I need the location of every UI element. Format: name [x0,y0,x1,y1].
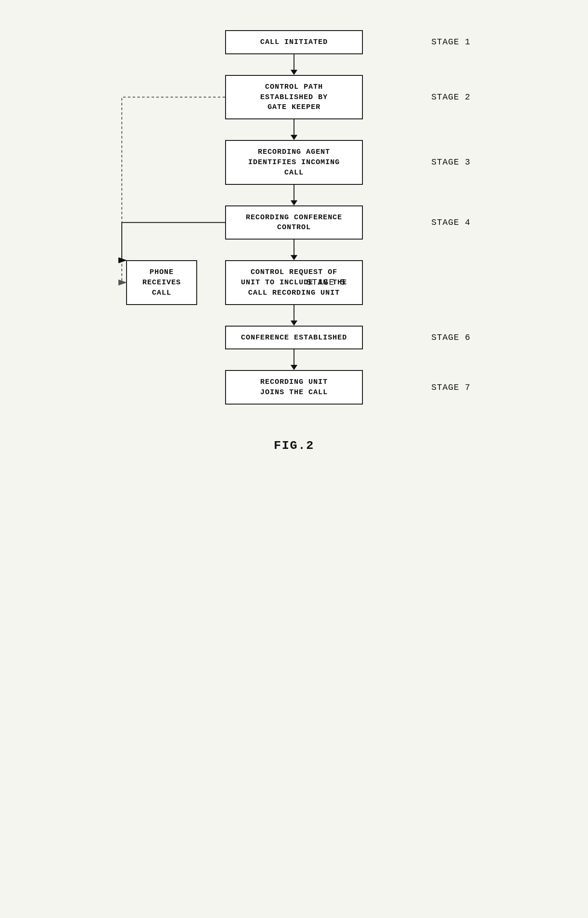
phone-label: PHONE RECEIVESCALL [142,268,181,297]
stage-7-label: RECORDING UNITJOINS THE CALL [260,378,328,396]
arrow-line [294,119,294,135]
stage-7-label-text: STAGE 7 [431,383,470,392]
stage-5-combined-row: PHONE RECEIVESCALL CONTROL REQUEST OFUNI… [100,260,488,305]
stage-1-label: CALL INITIATED [260,38,328,46]
stage-7-row: RECORDING UNITJOINS THE CALL STAGE 7 [100,370,488,405]
stage-1-row: CALL INITIATED STAGE 1 [100,30,488,54]
arrow-head [291,321,297,326]
stage-5-main: CONTROL REQUEST OFUNIT TO INCLUDE IN THE… [225,260,363,305]
arrow-2-3 [291,119,297,140]
arrow-head [291,70,297,75]
arrow-head [291,200,297,205]
stage-1-box: CALL INITIATED [225,30,363,54]
arrow-line [294,54,294,70]
stage-3-row: RECORDING AGENTIDENTIFIES INCOMINGCALL S… [100,140,488,184]
figure-caption: FIG.2 [274,439,314,452]
arrow-line [294,349,294,365]
stage-7-box: RECORDING UNITJOINS THE CALL [225,370,363,405]
stage-3-box: RECORDING AGENTIDENTIFIES INCOMINGCALL [225,140,363,184]
arrow-4-5 [291,240,297,260]
diagram-container: CALL INITIATED STAGE 1 CONTROL PATHESTAB… [100,26,488,452]
arrow-head [291,365,297,370]
stage-2-box: CONTROL PATHESTABLISHED BYGATE KEEPER [225,75,363,119]
arrow-line [294,305,294,321]
arrow-5-6 [291,305,297,326]
stage-4-row: RECORDING CONFERENCECONTROL STAGE 4 [100,205,488,240]
arrow-1-2 [291,54,297,75]
stage-3-label-text: STAGE 3 [431,157,470,167]
stage-5-label-text: STAGE 5 [306,277,346,287]
stage-1-label-text: STAGE 1 [431,37,470,47]
stage-6-label-text: STAGE 6 [431,333,470,342]
stage-4-label: RECORDING CONFERENCECONTROL [246,213,342,232]
stage-6-row: CONFERENCE ESTABLISHED STAGE 6 [100,326,488,350]
arrow-6-7 [291,349,297,370]
stage-2-label: CONTROL PATHESTABLISHED BYGATE KEEPER [260,83,328,112]
stage-3-label: RECORDING AGENTIDENTIFIES INCOMINGCALL [248,148,340,177]
flow-wrapper: CALL INITIATED STAGE 1 CONTROL PATHESTAB… [100,26,488,405]
split-arrow-area [100,240,488,260]
phone-side-area: PHONE RECEIVESCALL [126,260,197,305]
phone-receives-call-box: PHONE RECEIVESCALL [126,260,197,305]
stage-6-label: CONFERENCE ESTABLISHED [241,333,347,342]
stage-4-label-text: STAGE 4 [431,218,470,227]
arrow-line [294,185,294,200]
arrow-3-4 [291,185,297,205]
stage-2-row: CONTROL PATHESTABLISHED BYGATE KEEPER ST… [100,75,488,119]
stage-6-box: CONFERENCE ESTABLISHED [225,326,363,350]
arrow-line [294,240,294,255]
arrow-head [291,135,297,140]
stage-2-label-text: STAGE 2 [431,92,470,102]
stage-4-box: RECORDING CONFERENCECONTROL [225,205,363,240]
arrow-head [291,255,297,260]
